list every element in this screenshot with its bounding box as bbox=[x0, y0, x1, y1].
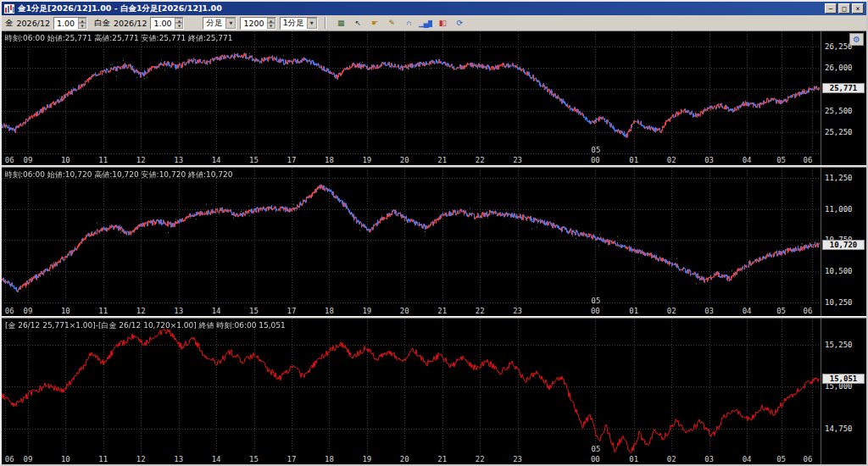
period-select[interactable]: 分足 ▼ bbox=[203, 17, 236, 30]
x-axis-label: 10 bbox=[61, 455, 70, 463]
platinum-label: 白金 bbox=[94, 18, 110, 29]
window-title: 金1分足[2026/12]1.00 - 白金1分足[2026/12]1.00 bbox=[18, 3, 821, 14]
x-axis-label: 00 bbox=[591, 455, 600, 463]
spinner-arrows-icon[interactable]: ▲▼ bbox=[267, 18, 275, 29]
pencil-button[interactable]: ✎ bbox=[384, 16, 399, 30]
gold-x-axis: 0609101112131415171819202122230001020304… bbox=[2, 154, 821, 165]
platinum-candlestick-chart[interactable] bbox=[2, 168, 821, 305]
spread-chart-panel[interactable]: [金 26/12 25,771×1.00]-[白金 26/12 10,720×1… bbox=[2, 319, 866, 464]
period-value: 分足 bbox=[203, 18, 225, 29]
spread-line-chart[interactable] bbox=[2, 319, 821, 453]
minimize-button[interactable]: – bbox=[825, 3, 837, 14]
maximize-button[interactable]: □ bbox=[838, 3, 850, 14]
bar-count-spinner[interactable]: 1200 ▲▼ bbox=[240, 17, 275, 30]
x-axis-label: 11 bbox=[98, 156, 108, 164]
x-axis-label: 13 bbox=[174, 455, 183, 463]
toolbar-separator bbox=[325, 17, 326, 29]
y-axis-label: 11,250 bbox=[825, 174, 853, 182]
x-axis-label: 14 bbox=[212, 156, 221, 164]
hand-button[interactable]: ☛ bbox=[367, 16, 382, 30]
y-axis-label: 25,500 bbox=[825, 107, 853, 115]
x-axis-label: 20 bbox=[400, 156, 409, 164]
x-axis-label: 03 bbox=[704, 307, 714, 315]
x-axis-label: 06 bbox=[5, 307, 14, 315]
date-change-label: 05 bbox=[592, 445, 601, 453]
pencil-icon: ✎ bbox=[388, 19, 394, 27]
x-axis-label: 12 bbox=[136, 455, 146, 463]
candle-chart-icon: ▮▯ bbox=[439, 19, 446, 27]
x-axis-label: 03 bbox=[704, 455, 714, 463]
platinum-chart-panel[interactable]: 時刻:06:00 始値:10,720 高値:10,720 安値:10,720 終… bbox=[2, 168, 866, 316]
interval-value: 1分足 bbox=[281, 18, 307, 29]
refresh-button[interactable]: ⟳ bbox=[452, 16, 467, 30]
chevron-down-icon[interactable]: ▼ bbox=[225, 18, 236, 29]
x-axis-label: 01 bbox=[629, 455, 638, 463]
x-axis-label: 17 bbox=[287, 156, 297, 164]
x-axis-label: 23 bbox=[513, 307, 522, 315]
x-axis-label: 21 bbox=[437, 307, 447, 315]
x-axis-label: 04 bbox=[743, 156, 752, 164]
x-axis-label: 09 bbox=[23, 156, 32, 164]
gold-chart-panel[interactable]: 時刻:06:00 始値:25,771 高値:25,771 安値:25,771 終… bbox=[2, 31, 866, 165]
magnet-icon: ∩ bbox=[406, 19, 410, 27]
spread-info: [金 26/12 25,771×1.00]-[白金 26/12 10,720×1… bbox=[5, 320, 286, 331]
x-axis-label: 04 bbox=[743, 307, 752, 315]
x-axis-label: 12 bbox=[136, 307, 146, 315]
y-axis-label: 14,750 bbox=[825, 424, 853, 433]
spinner-arrows-icon[interactable]: ▲▼ bbox=[78, 18, 86, 29]
x-axis-label: 15 bbox=[249, 455, 259, 463]
spinner-arrows-icon[interactable]: ▲▼ bbox=[175, 18, 183, 29]
spread-y-axis: 15,25015,00014,75015,051 bbox=[821, 319, 866, 464]
board-button[interactable]: ▦ bbox=[333, 16, 348, 30]
x-axis-label: 17 bbox=[287, 307, 297, 315]
x-axis-label: 13 bbox=[174, 307, 183, 315]
gold-multiplier-spinner[interactable]: 1.00 ▲▼ bbox=[53, 17, 87, 30]
x-axis-label: 18 bbox=[325, 156, 334, 164]
magnet-button[interactable]: ∩ bbox=[401, 16, 416, 30]
platinum-y-axis: 11,25011,00010,75010,50010,25010,720 bbox=[821, 168, 866, 316]
x-axis-label: 19 bbox=[362, 455, 371, 463]
platinum-x-axis: 0609101112131415171819202122230001020304… bbox=[2, 305, 821, 316]
x-axis-label: 14 bbox=[212, 455, 221, 463]
x-axis-label: 05 bbox=[776, 455, 786, 463]
title-bar[interactable]: 金1分足[2026/12]1.00 - 白金1分足[2026/12]1.00 –… bbox=[2, 2, 866, 15]
refresh-icon: ⟳ bbox=[456, 19, 462, 27]
x-axis-label: 19 bbox=[362, 307, 371, 315]
board-icon: ▦ bbox=[337, 19, 344, 27]
x-axis-label: 17 bbox=[287, 455, 297, 463]
x-axis-label: 01 bbox=[629, 156, 638, 164]
x-axis-label: 06 bbox=[5, 156, 14, 164]
y-axis-label: 26,250 bbox=[825, 42, 853, 51]
candle-chart-button[interactable]: ▮▯ bbox=[435, 16, 450, 30]
date-change-label: 05 bbox=[592, 297, 601, 305]
x-axis-label: 03 bbox=[704, 156, 714, 164]
x-axis-label: 22 bbox=[476, 156, 485, 164]
window-controls: – □ × bbox=[825, 3, 864, 14]
platinum-multiplier-spinner[interactable]: 1.00 ▲▼ bbox=[150, 17, 184, 30]
y-axis-label: 11,000 bbox=[825, 205, 853, 214]
date-change-label: 05 bbox=[592, 146, 601, 154]
bar-chart-button[interactable]: ▁▄▆ bbox=[418, 16, 433, 30]
bar-chart-icon: ▁▄▆ bbox=[419, 19, 433, 27]
platinum-contract-label: 2026/12 bbox=[114, 19, 147, 28]
x-axis-label: 05 bbox=[776, 156, 786, 164]
x-axis-label: 22 bbox=[476, 455, 485, 463]
x-axis-label: 00 bbox=[591, 307, 600, 315]
x-axis-label: 13 bbox=[174, 156, 183, 164]
x-axis-label: 06 bbox=[803, 156, 812, 164]
x-axis-label: 18 bbox=[325, 307, 334, 315]
x-axis-label: 21 bbox=[437, 156, 447, 164]
gold-candlestick-chart[interactable] bbox=[2, 31, 821, 154]
platinum-multiplier-value: 1.00 bbox=[151, 19, 175, 28]
platinum-ohlc-info: 時刻:06:00 始値:10,720 高値:10,720 安値:10,720 終… bbox=[5, 169, 233, 180]
x-axis-label: 11 bbox=[98, 455, 108, 463]
interval-select[interactable]: 1分足 ▼ bbox=[280, 17, 318, 30]
close-button[interactable]: × bbox=[852, 3, 864, 14]
y-axis-label: 10,250 bbox=[825, 298, 853, 307]
x-axis-label: 23 bbox=[513, 156, 522, 164]
pointer-button[interactable]: ↖ bbox=[350, 16, 365, 30]
x-axis-label: 09 bbox=[23, 455, 32, 463]
chevron-down-icon[interactable]: ▼ bbox=[307, 18, 317, 29]
x-axis-label: 15 bbox=[249, 156, 259, 164]
wrench-icon[interactable]: ⚙ bbox=[849, 33, 864, 46]
